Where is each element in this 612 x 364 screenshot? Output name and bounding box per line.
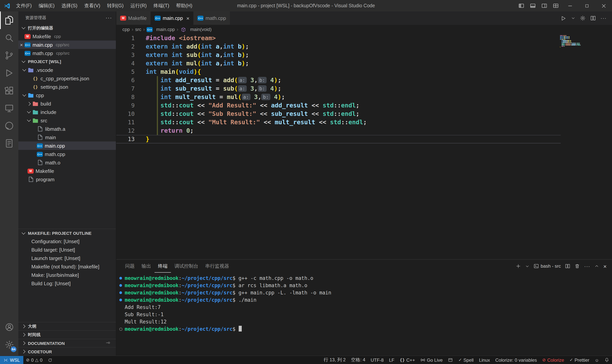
code-line-13[interactable]: } <box>146 135 612 143</box>
sync-status[interactable] <box>45 356 55 364</box>
panel-tab-输出[interactable]: 输出 <box>138 260 155 273</box>
tree-item-c_cpp_properties.json[interactable]: {}c_cpp_properties.json <box>18 74 116 83</box>
activity-extensions[interactable] <box>0 82 18 99</box>
close-window-button[interactable] <box>595 0 612 12</box>
maximize-panel-icon[interactable] <box>594 264 599 268</box>
more-actions-icon[interactable]: ··· <box>600 15 607 21</box>
remote-indicator[interactable]: WSL <box>0 356 23 364</box>
tree-item-include[interactable]: include <box>18 108 116 116</box>
tree-item-math.o[interactable]: math.o <box>18 158 116 167</box>
new-terminal-icon[interactable] <box>515 263 521 269</box>
open-editor-main.cpp[interactable]: ×C++main.cppcpp/src <box>18 40 116 49</box>
code-line-5[interactable]: int main(void){ <box>146 68 612 76</box>
status-encoding[interactable]: UTF-8 <box>368 356 386 364</box>
minimize-button[interactable] <box>561 0 578 12</box>
maximize-button[interactable] <box>578 0 595 12</box>
toggle-secondary-sidebar-icon[interactable] <box>539 0 550 12</box>
split-editor-icon[interactable] <box>590 15 596 21</box>
activity-codetour[interactable] <box>0 135 18 152</box>
activity-accounts[interactable] <box>0 318 18 336</box>
panel-more-actions-icon[interactable]: ··· <box>584 263 590 269</box>
code-line-2[interactable]: extern int add(int a,int b); <box>146 42 612 51</box>
tree-item-main.cpp[interactable]: C++main.cpp <box>18 142 116 150</box>
menu-item[interactable]: 运行(R) <box>127 0 150 12</box>
toggle-primary-sidebar-icon[interactable] <box>516 0 527 12</box>
tree-item-build[interactable]: build <box>18 99 116 108</box>
close-editor-icon[interactable]: × <box>18 42 25 48</box>
menu-item[interactable]: 选择(S) <box>58 0 81 12</box>
tree-item-.vscode[interactable]: .vscode <box>18 66 116 74</box>
tree-item-libmath.a[interactable]: libmath.a <box>18 125 116 133</box>
activity-search[interactable] <box>0 29 18 47</box>
code-line-10[interactable]: std::cout << "Sub Result:" << sub_result… <box>146 110 612 118</box>
customize-layout-icon[interactable] <box>550 0 561 12</box>
status-go-live[interactable]: Go Live <box>418 356 445 364</box>
tree-item-Makefile[interactable]: MMakefile <box>18 167 116 175</box>
breadcrumb-item[interactable]: cpp <box>122 27 130 32</box>
status-spell-checker[interactable]: ✓Spell <box>456 356 476 364</box>
tree-item-main[interactable]: main <box>18 133 116 142</box>
panel-tab-串行监视器[interactable]: 串行监视器 <box>202 260 233 273</box>
close-tab-icon[interactable]: × <box>186 15 189 21</box>
breadcrumb-item[interactable]: C++main.cpp <box>147 27 175 32</box>
status-notifications[interactable] <box>602 356 612 364</box>
status-colorize-count[interactable]: Colorize: 0 variables <box>493 356 540 364</box>
code-line-7[interactable]: int sub_result = sub(a: 3,b: 4); <box>146 84 612 93</box>
outline-item[interactable]: Build target: [Unset] <box>18 246 116 254</box>
tree-item-program[interactable]: program <box>18 175 116 183</box>
status-colorize-toggle[interactable]: ⊘Colorize <box>540 356 567 364</box>
kill-terminal-icon[interactable] <box>574 263 580 269</box>
status-feedback[interactable]: ☺ <box>592 356 602 364</box>
panel-tab-问题[interactable]: 问题 <box>122 260 138 273</box>
problems-status[interactable]: ⊘0△0 <box>23 356 45 364</box>
code-line-3[interactable]: extern int sub(int a,int b); <box>146 51 612 59</box>
menu-item[interactable]: 终端(T) <box>150 0 173 12</box>
code-line-9[interactable]: std::cout << "Add Result:" << add_result… <box>146 101 612 110</box>
code-line-11[interactable]: std::cout << "Mult Result:" << mult_resu… <box>146 118 612 127</box>
activity-explorer[interactable] <box>0 12 18 29</box>
pin-icon[interactable] <box>106 340 110 346</box>
split-terminal-icon[interactable] <box>565 263 570 269</box>
breadcrumb-item[interactable]: src <box>135 27 141 32</box>
section-open-editors[interactable]: 打开的编辑器 <box>18 24 116 32</box>
panel-tab-终端[interactable]: 终端 <box>155 260 171 273</box>
panel-tab-调试控制台[interactable]: 调试控制台 <box>171 260 202 273</box>
menu-item[interactable]: 帮助(H) <box>173 0 196 12</box>
activity-run-and-debug[interactable] <box>0 64 18 82</box>
status-cursor-position[interactable]: 行 13, 列 2 <box>321 356 348 364</box>
section-project[interactable]: PROJECT [WSL] <box>18 57 116 66</box>
activity-manage[interactable]: BA <box>0 336 18 353</box>
activity-remote-explorer[interactable] <box>0 99 18 117</box>
status-prettier[interactable]: ✓Prettier <box>567 356 592 364</box>
status-browser-preview[interactable] <box>445 356 456 364</box>
outline-item[interactable]: Makefile (not found): [makefile] <box>18 262 116 271</box>
run-dropdown-chevron-icon[interactable] <box>571 16 575 20</box>
breadcrumb-item[interactable]: main(void) <box>180 26 212 32</box>
terminal-tab-item[interactable]: bash - src <box>533 263 561 269</box>
section-CODETOUR[interactable]: CODETOUR <box>18 347 116 356</box>
menu-item[interactable]: 文件(F) <box>13 0 35 12</box>
menu-item[interactable]: 查看(V) <box>81 0 104 12</box>
configure-gear-icon[interactable] <box>580 15 585 21</box>
status-eol[interactable]: LF <box>386 356 397 364</box>
code-line-8[interactable]: int mult_result = mul(a: 3,b: 4); <box>146 93 612 101</box>
section-时间线[interactable]: 时间线 <box>18 330 116 339</box>
code-editor[interactable]: 12345678910111213 #include <iostream>ext… <box>116 34 612 259</box>
menu-item[interactable]: 转到(G) <box>104 0 127 12</box>
tree-item-math.cpp[interactable]: C++math.cpp <box>18 150 116 158</box>
close-panel-icon[interactable]: × <box>603 263 607 269</box>
status-os-indicator[interactable]: Linux <box>476 356 492 364</box>
section-makefile-outline[interactable]: MAKEFILE: PROJECT OUTLINE <box>18 229 116 237</box>
tab-main.cpp[interactable]: C++main.cpp× <box>151 12 194 25</box>
activity-source-control[interactable] <box>0 47 18 64</box>
activity-github[interactable] <box>0 117 18 135</box>
section-DOCUMENTATION[interactable]: DOCUMENTATION <box>18 339 116 347</box>
terminal[interactable]: meowrain@redmibook:~/project/cpp/src$ g+… <box>116 273 612 356</box>
outline-item[interactable]: Launch target: [Unset] <box>18 254 116 262</box>
tree-item-src[interactable]: src <box>18 116 116 125</box>
run-cpp-file-icon[interactable] <box>560 15 567 21</box>
tab-Makefile[interactable]: MMakefile <box>116 12 151 25</box>
code-line-1[interactable]: #include <iostream> <box>146 34 612 42</box>
tree-item-settings.json[interactable]: {}settings.json <box>18 83 116 91</box>
code-line-4[interactable]: extern int mul(int a,int b); <box>146 59 612 68</box>
